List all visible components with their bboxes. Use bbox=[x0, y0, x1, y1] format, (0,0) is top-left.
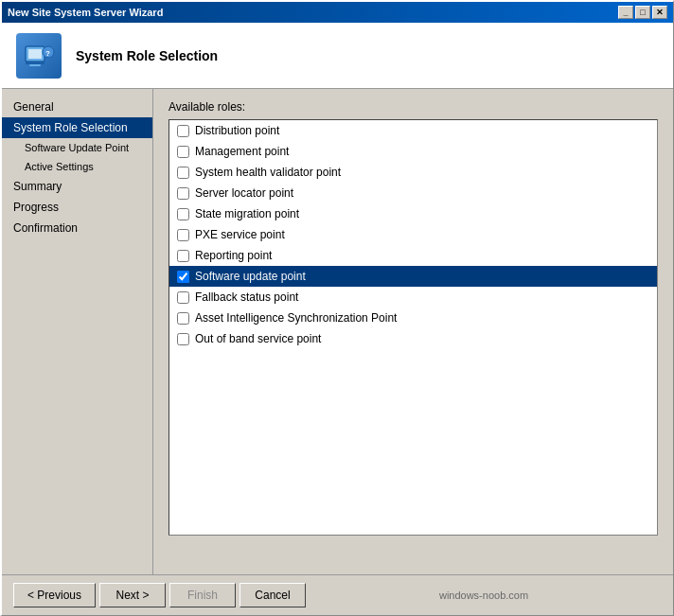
role-item-fallback[interactable]: Fallback status point bbox=[169, 287, 657, 308]
role-item-asset_intelligence[interactable]: Asset Intelligence Synchronization Point bbox=[169, 308, 657, 328]
role-checkbox-software_update[interactable] bbox=[177, 271, 189, 283]
footer-buttons: < Previous Next > Finish Cancel bbox=[13, 583, 306, 607]
sidebar-item-2[interactable]: Software Update Point bbox=[2, 138, 152, 157]
sidebar-item-6[interactable]: Confirmation bbox=[2, 218, 152, 238]
title-bar-buttons: _ □ ✕ bbox=[618, 6, 667, 19]
role-item-pxe[interactable]: PXE service point bbox=[169, 224, 657, 245]
role-label-state_migration: State migration point bbox=[195, 207, 299, 220]
role-checkbox-fallback[interactable] bbox=[177, 291, 189, 304]
cancel-button[interactable]: Cancel bbox=[239, 583, 306, 607]
sidebar-item-5[interactable]: Progress bbox=[2, 197, 152, 218]
watermark: windows-noob.com bbox=[306, 590, 662, 601]
maximize-button[interactable]: □ bbox=[635, 6, 650, 19]
next-button[interactable]: Next > bbox=[99, 583, 166, 607]
content-area: GeneralSystem Role SelectionSoftware Upd… bbox=[2, 89, 673, 574]
available-roles-label: Available roles: bbox=[168, 100, 658, 114]
roles-box: Distribution pointManagement pointSystem… bbox=[168, 119, 658, 536]
role-label-pxe: PXE service point bbox=[195, 228, 285, 241]
previous-button[interactable]: < Previous bbox=[13, 583, 96, 607]
close-button[interactable]: ✕ bbox=[652, 6, 667, 19]
footer: < Previous Next > Finish Cancel windows-… bbox=[2, 574, 673, 615]
wizard-icon: ? bbox=[16, 33, 62, 79]
role-item-out_of_band[interactable]: Out of band service point bbox=[169, 328, 657, 349]
role-checkbox-out_of_band[interactable] bbox=[177, 333, 189, 345]
role-label-management: Management point bbox=[195, 145, 289, 158]
role-label-fallback: Fallback status point bbox=[195, 290, 298, 304]
role-label-health: System health validator point bbox=[195, 166, 341, 179]
role-checkbox-pxe[interactable] bbox=[177, 229, 189, 241]
role-label-reporting: Reporting point bbox=[195, 249, 272, 262]
role-checkbox-reporting[interactable] bbox=[177, 250, 189, 262]
finish-button[interactable]: Finish bbox=[169, 583, 236, 607]
svg-rect-3 bbox=[29, 64, 41, 66]
svg-rect-1 bbox=[28, 49, 42, 59]
minimize-button[interactable]: _ bbox=[618, 6, 633, 19]
role-item-management[interactable]: Management point bbox=[169, 141, 657, 162]
role-checkbox-state_migration[interactable] bbox=[177, 208, 189, 220]
sidebar: GeneralSystem Role SelectionSoftware Upd… bbox=[2, 89, 153, 574]
window-title: New Site System Server Wizard bbox=[8, 7, 163, 18]
role-checkbox-asset_intelligence[interactable] bbox=[177, 312, 189, 325]
main-content: Available roles: Distribution pointManag… bbox=[153, 89, 673, 574]
role-checkbox-server_locator[interactable] bbox=[177, 187, 189, 200]
sidebar-item-4[interactable]: Summary bbox=[2, 176, 152, 197]
role-label-out_of_band: Out of band service point bbox=[195, 332, 321, 345]
svg-text:?: ? bbox=[45, 49, 50, 58]
role-item-software_update[interactable]: Software update point bbox=[169, 266, 657, 287]
role-item-distribution[interactable]: Distribution point bbox=[169, 120, 657, 141]
wizard-window: New Site System Server Wizard _ □ ✕ ? Sy… bbox=[0, 0, 674, 616]
sidebar-item-1[interactable]: System Role Selection bbox=[2, 117, 152, 138]
role-item-state_migration[interactable]: State migration point bbox=[169, 203, 657, 224]
role-checkbox-distribution[interactable] bbox=[177, 125, 189, 137]
role-item-server_locator[interactable]: Server locator point bbox=[169, 183, 657, 203]
role-label-software_update: Software update point bbox=[195, 270, 306, 283]
title-bar: New Site System Server Wizard _ □ ✕ bbox=[2, 2, 673, 23]
role-item-health[interactable]: System health validator point bbox=[169, 162, 657, 183]
svg-rect-2 bbox=[26, 62, 44, 64]
sidebar-item-0[interactable]: General bbox=[2, 97, 152, 117]
header-title: System Role Selection bbox=[76, 48, 218, 63]
role-checkbox-health[interactable] bbox=[177, 167, 189, 179]
role-item-reporting[interactable]: Reporting point bbox=[169, 245, 657, 266]
role-label-server_locator: Server locator point bbox=[195, 186, 293, 200]
role-label-asset_intelligence: Asset Intelligence Synchronization Point bbox=[195, 311, 397, 325]
sidebar-item-3[interactable]: Active Settings bbox=[2, 157, 152, 176]
role-label-distribution: Distribution point bbox=[195, 124, 279, 137]
role-checkbox-management[interactable] bbox=[177, 146, 189, 158]
header-section: ? System Role Selection bbox=[2, 23, 673, 89]
